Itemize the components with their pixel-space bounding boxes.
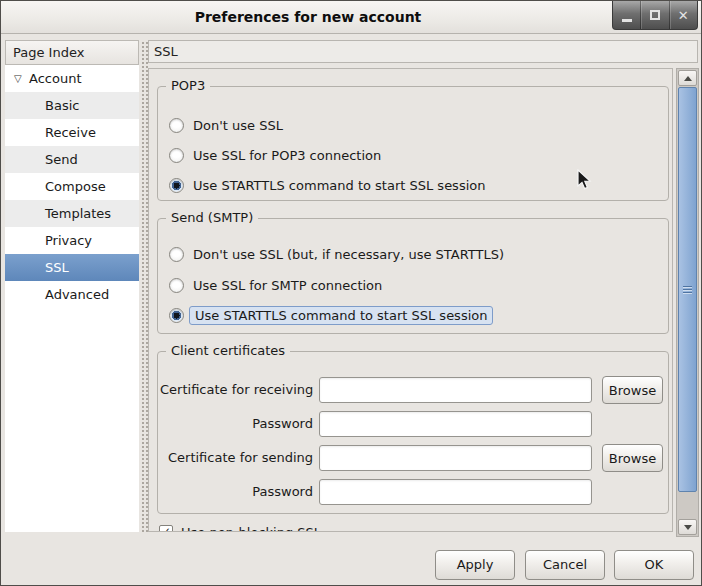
certificates-group-title: Client certificates: [166, 343, 290, 358]
radio-icon[interactable]: [169, 247, 184, 262]
scrollbar-thumb[interactable]: [678, 87, 697, 492]
radio-pop3-dont-use-ssl[interactable]: Don't use SSL: [169, 115, 283, 135]
client-certificates-group: Client certificates Certificate for rece…: [157, 351, 669, 514]
titlebar[interactable]: Preferences for new account ✕: [1, 1, 701, 34]
radio-smtp-starttls[interactable]: Use STARTTLS command to start SSL sessio…: [169, 305, 493, 325]
smtp-group: Send (SMTP) Don't use SSL (but, if neces…: [157, 218, 669, 334]
thumb-grip-icon: [683, 286, 692, 294]
apply-button[interactable]: Apply: [435, 550, 515, 580]
non-blocking-ssl-checkbox-row[interactable]: ✓ Use non-blocking SSL: [159, 522, 321, 532]
sidebar-item-privacy[interactable]: Privacy: [5, 227, 139, 254]
certificate-sending-input[interactable]: [319, 445, 592, 471]
radio-pop3-use-ssl[interactable]: Use SSL for POP3 connection: [169, 145, 381, 165]
page-index-tree: ▽ Account Basic Receive Send Compose Tem…: [5, 65, 139, 532]
password-sending-input[interactable]: [319, 479, 592, 505]
non-blocking-ssl-label[interactable]: Use non-blocking SSL: [181, 525, 321, 533]
password-sending-label: Password: [160, 482, 313, 502]
pop3-group-title: POP3: [166, 78, 210, 93]
page-title: SSL: [148, 40, 698, 63]
close-icon: ✕: [678, 9, 689, 22]
sidebar-item-basic[interactable]: Basic: [5, 92, 139, 119]
sidebar-item-templates[interactable]: Templates: [5, 200, 139, 227]
maximize-button[interactable]: [640, 1, 668, 29]
pop3-group: POP3 Don't use SSL Use SSL for POP3 conn…: [157, 86, 669, 201]
vertical-scrollbar[interactable]: [676, 68, 699, 537]
sidebar-item-receive[interactable]: Receive: [5, 119, 139, 146]
radio-icon[interactable]: [169, 148, 184, 163]
page-index-header[interactable]: Page Index: [5, 40, 139, 65]
minimize-button[interactable]: [613, 1, 640, 29]
sidebar-item-advanced[interactable]: Advanced: [5, 281, 139, 308]
checkbox-checked-icon[interactable]: ✓: [159, 525, 173, 532]
close-button[interactable]: ✕: [669, 1, 697, 29]
preferences-dialog: Preferences for new account ✕ Page Index…: [0, 0, 702, 586]
cancel-button[interactable]: Cancel: [525, 550, 605, 580]
radio-icon[interactable]: [169, 278, 184, 293]
radio-smtp-dont-use-ssl[interactable]: Don't use SSL (but, if necessary, use ST…: [169, 244, 504, 264]
expander-icon[interactable]: ▽: [5, 73, 27, 84]
ok-button[interactable]: OK: [614, 550, 694, 580]
pane-splitter[interactable]: [140, 40, 148, 532]
password-receiving-label: Password: [160, 414, 313, 434]
radio-smtp-use-ssl[interactable]: Use SSL for SMTP connection: [169, 275, 382, 295]
scroll-up-button[interactable]: [678, 70, 697, 86]
window-controls: ✕: [612, 1, 698, 30]
radio-selected-icon[interactable]: [169, 308, 184, 323]
radio-selected-icon[interactable]: [169, 178, 184, 193]
settings-viewport: POP3 Don't use SSL Use SSL for POP3 conn…: [148, 68, 673, 532]
scroll-down-button[interactable]: [678, 519, 697, 535]
certificate-sending-label: Certificate for sending: [160, 448, 313, 468]
sidebar-item-compose[interactable]: Compose: [5, 173, 139, 200]
maximize-icon: [650, 10, 660, 20]
password-receiving-input[interactable]: [319, 411, 592, 437]
certificate-receiving-input[interactable]: [319, 377, 592, 403]
radio-pop3-starttls[interactable]: Use STARTTLS command to start SSL sessio…: [169, 175, 485, 195]
browse-sending-button[interactable]: Browse: [602, 444, 663, 472]
window-title: Preferences for new account: [1, 1, 615, 34]
scroll-down-icon: [684, 525, 692, 530]
sidebar-item-ssl[interactable]: SSL: [5, 254, 139, 281]
browse-receiving-button[interactable]: Browse: [602, 376, 663, 404]
sidebar-item-send[interactable]: Send: [5, 146, 139, 173]
sidebar-item-account[interactable]: ▽ Account: [5, 65, 139, 92]
smtp-group-title: Send (SMTP): [166, 210, 258, 225]
radio-icon[interactable]: [169, 118, 184, 133]
scroll-up-icon: [684, 76, 692, 81]
minimize-icon: [622, 19, 632, 22]
certificate-receiving-label: Certificate for receiving: [160, 380, 313, 400]
